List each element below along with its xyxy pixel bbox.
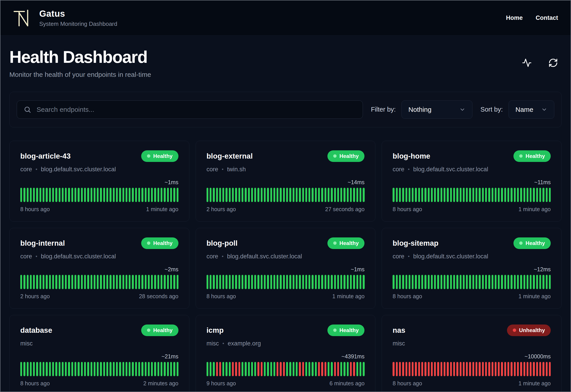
endpoint-card[interactable]: blog-poll Healthy core • blog.default.sv…: [195, 228, 376, 309]
status-badge: Healthy: [328, 324, 365, 336]
health-bar: [344, 188, 345, 202]
chevron-down-icon: [459, 106, 466, 113]
oldest-time: 2 hours ago: [20, 293, 50, 300]
health-bar: [299, 275, 301, 289]
health-bar: [90, 362, 92, 376]
latency-label: ~1ms: [207, 266, 365, 273]
health-bar: [33, 362, 35, 376]
health-bar: [232, 275, 234, 289]
health-bar: [421, 188, 423, 202]
endpoint-card[interactable]: database Healthy misc • ~21ms 8 hours ag…: [9, 315, 189, 392]
filter-select[interactable]: Nothing: [402, 100, 472, 119]
meta-separator: •: [36, 253, 37, 259]
health-bar: [210, 275, 211, 289]
health-bar: [305, 275, 307, 289]
health-bar: [472, 188, 474, 202]
status-dot-icon: [333, 329, 337, 332]
status-dot-icon: [333, 154, 337, 158]
health-bar: [49, 362, 51, 376]
endpoint-meta: misc •: [20, 340, 179, 347]
endpoint-card[interactable]: blog-sitemap Healthy core • blog.default…: [382, 228, 562, 309]
status-label: Healthy: [153, 153, 173, 159]
health-bar: [46, 188, 47, 202]
health-bar: [222, 275, 224, 289]
sort-label: Sort by:: [481, 106, 503, 113]
latency-label: ~14ms: [207, 179, 365, 185]
endpoint-card[interactable]: blog-home Healthy core • blog.default.sv…: [382, 141, 562, 222]
health-bar: [78, 188, 79, 202]
refresh-icon[interactable]: [548, 58, 558, 68]
health-bar: [353, 275, 355, 289]
health-bar: [527, 275, 528, 289]
health-bar: [75, 188, 76, 202]
health-bar: [241, 362, 243, 376]
health-bar: [75, 362, 76, 376]
health-bar: [431, 362, 433, 376]
endpoint-card[interactable]: blog-article-43 Healthy core • blog.defa…: [9, 141, 189, 222]
health-bar: [479, 362, 481, 376]
health-bar: [280, 275, 282, 289]
health-bar: [154, 275, 156, 289]
health-history: [20, 362, 179, 376]
health-bar: [549, 188, 551, 202]
endpoint-meta: core • twin.sh: [207, 166, 365, 173]
health-history: [20, 188, 179, 202]
health-bar: [232, 188, 234, 202]
endpoint-host: twin.sh: [227, 166, 246, 173]
health-bar: [476, 275, 477, 289]
sort-select[interactable]: Name: [509, 100, 554, 119]
endpoint-group: misc: [207, 340, 219, 347]
health-bar: [305, 362, 307, 376]
health-bar: [549, 362, 551, 376]
health-bar: [43, 188, 44, 202]
health-bar: [251, 275, 253, 289]
status-label: Healthy: [340, 327, 359, 334]
health-history: [207, 188, 365, 202]
nav-link-home[interactable]: Home: [506, 14, 523, 21]
health-bar: [119, 362, 121, 376]
health-bar: [350, 275, 352, 289]
endpoint-card[interactable]: icmp Healthy misc • example.org ~4391ms …: [195, 315, 376, 392]
health-bar: [43, 362, 44, 376]
endpoint-group: core: [207, 253, 218, 260]
health-bar: [264, 362, 266, 376]
health-bar: [283, 362, 285, 376]
newest-time: 28 seconds ago: [139, 293, 179, 300]
health-bar: [229, 362, 231, 376]
health-bar: [245, 362, 246, 376]
health-bar: [55, 362, 57, 376]
health-bar: [33, 188, 35, 202]
status-badge: Healthy: [328, 238, 365, 249]
status-label: Healthy: [153, 327, 173, 334]
health-bar: [225, 188, 227, 202]
search-input[interactable]: [37, 106, 356, 113]
activity-icon[interactable]: [522, 58, 532, 68]
endpoint-card[interactable]: nas Unhealthy misc • ~10000ms 8 hours ag…: [382, 315, 562, 392]
health-bar: [415, 362, 417, 376]
health-bar: [62, 275, 64, 289]
health-bar: [116, 188, 118, 202]
nav-link-contact[interactable]: Contact: [536, 14, 558, 21]
health-bar: [331, 275, 332, 289]
health-bar: [356, 362, 358, 376]
health-bar: [148, 188, 150, 202]
health-bar: [546, 275, 548, 289]
health-bar: [100, 275, 102, 289]
endpoint-card[interactable]: blog-external Healthy core • twin.sh ~14…: [195, 141, 376, 222]
endpoint-card[interactable]: blog-internal Healthy core • blog.defaul…: [9, 228, 189, 309]
health-bar: [222, 188, 224, 202]
status-label: Healthy: [526, 153, 545, 159]
health-bar: [46, 362, 47, 376]
brand: Gatus System Monitoring Dashboard: [13, 8, 117, 28]
health-bar: [157, 275, 159, 289]
health-bar: [207, 275, 208, 289]
health-bar: [106, 275, 108, 289]
filter-value: Nothing: [408, 106, 431, 113]
health-bar: [52, 188, 54, 202]
endpoint-name: icmp: [207, 326, 224, 335]
endpoint-name: blog-article-43: [20, 152, 71, 160]
health-bar: [447, 275, 449, 289]
endpoint-name: blog-home: [392, 152, 430, 160]
health-bar: [340, 362, 342, 376]
health-bar: [453, 275, 455, 289]
